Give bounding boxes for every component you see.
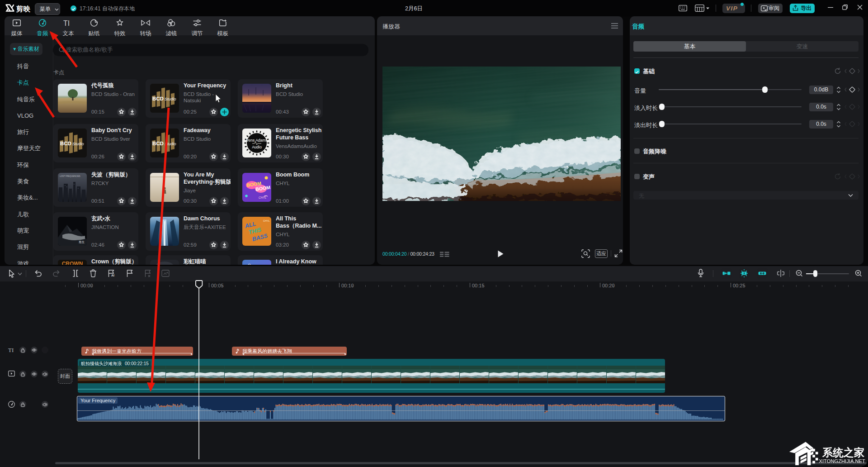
svg-text:系统之家: 系统之家 bbox=[822, 447, 865, 458]
svg-text:AI: AI bbox=[111, 274, 114, 277]
svg-text:Audio: Audio bbox=[252, 145, 262, 149]
svg-text:BCD: BCD bbox=[60, 141, 71, 146]
svg-text:XITONGZHIJIA.NET: XITONGZHIJIA.NET bbox=[819, 458, 865, 464]
svg-text:BCD: BCD bbox=[152, 141, 164, 146]
svg-text:Summer: Summer bbox=[247, 263, 267, 265]
svg-text:Studio: Studio bbox=[165, 142, 176, 146]
svg-text:9v: 9v bbox=[82, 264, 85, 265]
svg-text:CHYL: CHYL bbox=[263, 219, 270, 222]
svg-text:BCD: BCD bbox=[152, 96, 164, 101]
svg-text:Vens Adams: Vens Adams bbox=[246, 138, 267, 143]
svg-text:雅生: 雅生 bbox=[79, 240, 85, 244]
svg-text:Studio: Studio bbox=[165, 97, 176, 101]
svg-text:TI: TI bbox=[63, 19, 70, 27]
svg-text:LOST FREQUENCIES: LOST FREQUENCIES bbox=[60, 175, 80, 177]
svg-text:VIP: VIP bbox=[726, 5, 738, 11]
svg-text:CHYL: CHYL bbox=[259, 196, 267, 199]
svg-text:Studio: Studio bbox=[72, 142, 84, 146]
svg-text:CROWN: CROWN bbox=[62, 261, 83, 265]
svg-text:剪映: 剪映 bbox=[16, 5, 31, 13]
